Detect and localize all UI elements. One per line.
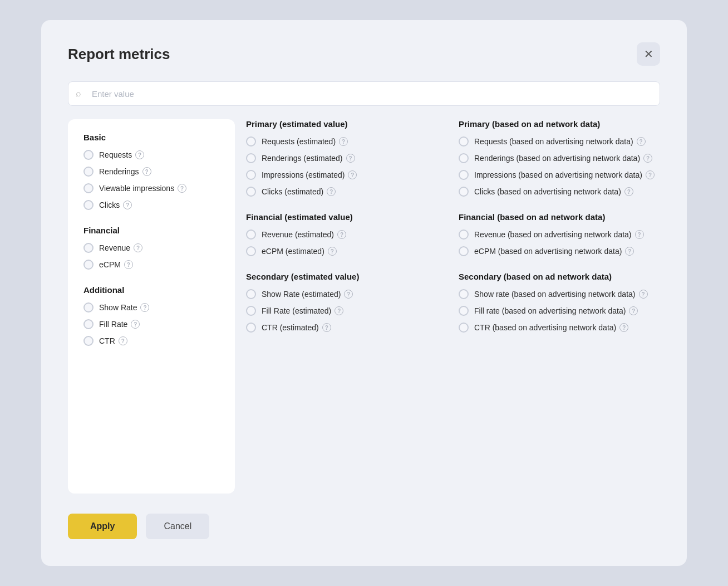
columns-container: Basic Requests ? Renderings ?	[68, 119, 660, 494]
label-revenue: Revenue	[99, 243, 130, 252]
additional-section-title: Additional	[83, 285, 219, 295]
checkbox-show-rate[interactable]	[83, 302, 94, 312]
financial-network-title: Financial (based on ad network data)	[459, 212, 660, 222]
secondary-estimated-title: Secondary (estimated value)	[246, 272, 447, 281]
cancel-button[interactable]: Cancel	[146, 514, 209, 539]
checkbox[interactable]	[246, 229, 256, 240]
list-item[interactable]: Viewable impressions ?	[83, 183, 219, 193]
list-item[interactable]: Clicks (based on advertising network dat…	[459, 187, 660, 197]
checkbox[interactable]	[246, 187, 256, 197]
list-item[interactable]: Renderings (based on advertising network…	[459, 153, 660, 163]
list-item[interactable]: Renderings (estimated) ?	[246, 153, 447, 163]
label: eCPM (based on advertising network data)	[474, 247, 622, 256]
primary-network-section: Primary (based on ad network data) Reque…	[459, 119, 660, 197]
checkbox[interactable]	[459, 306, 469, 316]
label: Show rate (based on advertising network …	[474, 290, 636, 299]
checkbox[interactable]	[459, 136, 469, 146]
checkbox[interactable]	[246, 136, 256, 146]
label: Impressions (estimated)	[262, 170, 345, 179]
checkbox[interactable]	[246, 306, 256, 316]
help-icon: ?	[643, 154, 652, 163]
close-button[interactable]: ✕	[637, 42, 660, 66]
label-show-rate: Show Rate	[99, 303, 137, 312]
checkbox[interactable]	[246, 323, 256, 333]
help-icon: ?	[328, 247, 337, 256]
search-icon: ⌕	[76, 89, 81, 99]
label: Impressions (based on advertising networ…	[474, 170, 642, 179]
search-input[interactable]	[68, 81, 660, 106]
label-viewable-impressions: Viewable impressions	[99, 184, 174, 193]
financial-network-section: Financial (based on ad network data) Rev…	[459, 212, 660, 256]
list-item[interactable]: Clicks (estimated) ?	[246, 187, 447, 197]
list-item[interactable]: Clicks ?	[83, 200, 219, 210]
label: Requests (based on advertising network d…	[474, 137, 633, 146]
help-icon: ?	[178, 184, 186, 193]
checkbox[interactable]	[459, 153, 469, 163]
label-clicks: Clicks	[99, 201, 120, 209]
list-item[interactable]: Fill Rate (estimated) ?	[246, 306, 447, 316]
checkbox[interactable]	[459, 229, 469, 240]
label: Requests (estimated)	[262, 137, 336, 146]
list-item[interactable]: Fill rate (based on advertising network …	[459, 306, 660, 316]
financial-section-title: Financial	[83, 226, 219, 235]
list-item[interactable]: Show Rate (estimated) ?	[246, 289, 447, 299]
help-icon: ?	[625, 247, 634, 256]
list-item[interactable]: CTR (based on advertising network data) …	[459, 323, 660, 333]
checkbox-revenue[interactable]	[83, 243, 94, 253]
help-icon: ?	[327, 187, 336, 196]
list-item[interactable]: Show Rate ?	[83, 302, 219, 312]
report-metrics-modal: Report metrics ✕ ⌕ Basic Requests ?	[41, 20, 687, 566]
list-item[interactable]: Requests (estimated) ?	[246, 136, 447, 146]
label: Clicks (based on advertising network dat…	[474, 187, 621, 196]
label-ctr: CTR	[99, 336, 115, 345]
basic-column: Basic Requests ? Renderings ?	[68, 119, 235, 494]
label-ecpm: eCPM	[99, 260, 121, 269]
list-item[interactable]: Show rate (based on advertising network …	[459, 289, 660, 299]
help-icon: ?	[123, 201, 132, 209]
help-icon: ?	[335, 306, 343, 315]
checkbox-fill-rate[interactable]	[83, 319, 94, 329]
list-item[interactable]: Requests (based on advertising network d…	[459, 136, 660, 146]
checkbox-requests[interactable]	[83, 150, 94, 160]
list-item[interactable]: Requests ?	[83, 150, 219, 160]
list-item[interactable]: Impressions (estimated) ?	[246, 170, 447, 180]
label-fill-rate: Fill Rate	[99, 320, 127, 329]
checkbox[interactable]	[246, 246, 256, 256]
list-item[interactable]: CTR ?	[83, 336, 219, 346]
list-item[interactable]: Revenue ?	[83, 243, 219, 253]
list-item[interactable]: eCPM (based on advertising network data)…	[459, 246, 660, 256]
checkbox-renderings[interactable]	[83, 167, 94, 177]
list-item[interactable]: CTR (estimated) ?	[246, 323, 447, 333]
checkbox[interactable]	[246, 289, 256, 299]
checkbox[interactable]	[246, 170, 256, 180]
checkbox-ecpm[interactable]	[83, 260, 94, 270]
checkbox-viewable-impressions[interactable]	[83, 183, 94, 193]
list-item[interactable]: Renderings ?	[83, 167, 219, 177]
list-item[interactable]: Fill Rate ?	[83, 319, 219, 329]
checkbox-clicks[interactable]	[83, 200, 94, 210]
basic-section-title: Basic	[83, 133, 219, 142]
list-item[interactable]: Revenue (estimated) ?	[246, 229, 447, 240]
label: eCPM (estimated)	[262, 247, 324, 256]
help-icon: ?	[637, 137, 646, 146]
checkbox[interactable]	[246, 153, 256, 163]
checkbox-ctr[interactable]	[83, 336, 94, 346]
help-icon: ?	[629, 306, 638, 315]
help-icon: ?	[131, 320, 140, 329]
apply-button[interactable]: Apply	[68, 514, 137, 539]
list-item[interactable]: Impressions (based on advertising networ…	[459, 170, 660, 180]
search-bar: ⌕	[68, 81, 660, 106]
help-icon: ?	[344, 290, 353, 299]
checkbox[interactable]	[459, 187, 469, 197]
basic-section: Basic Requests ? Renderings ?	[83, 133, 219, 210]
help-icon: ?	[348, 170, 357, 179]
checkbox[interactable]	[459, 170, 469, 180]
help-icon: ?	[140, 303, 149, 312]
list-item[interactable]: eCPM (estimated) ?	[246, 246, 447, 256]
list-item[interactable]: Revenue (based on advertising network da…	[459, 229, 660, 240]
help-icon: ?	[124, 260, 133, 269]
checkbox[interactable]	[459, 246, 469, 256]
checkbox[interactable]	[459, 289, 469, 299]
checkbox[interactable]	[459, 323, 469, 333]
list-item[interactable]: eCPM ?	[83, 260, 219, 270]
